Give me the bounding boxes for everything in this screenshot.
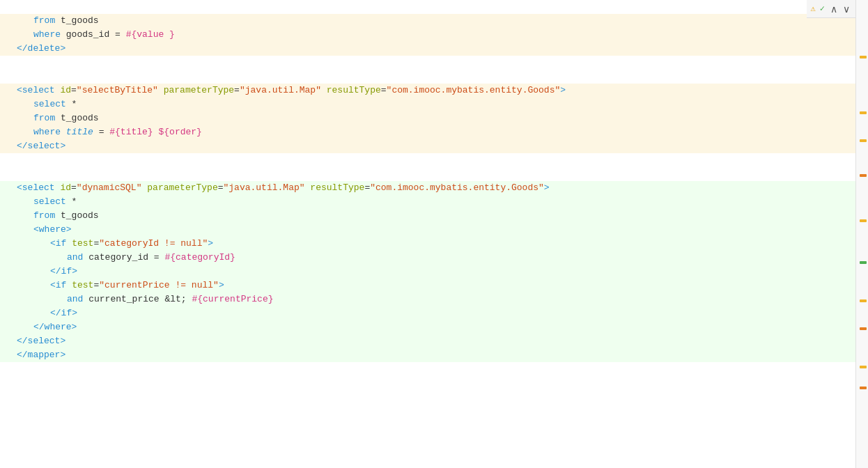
code-line: where goods_id = #{value }: [0, 28, 868, 42]
marker: [860, 299, 867, 302]
code-line: </if>: [0, 265, 868, 279]
warning-icon: ⚠: [811, 3, 816, 14]
code-segment: #{categoryId}: [164, 251, 235, 265]
code-segment: select: [33, 195, 66, 209]
code-segment: category_id =: [83, 251, 164, 265]
code-segment: from: [33, 209, 55, 223]
code-segment: "java.util.Map": [224, 181, 305, 195]
code-line: where title = #{title} ${order}: [0, 125, 868, 139]
code-segment: t_goods: [55, 111, 98, 125]
code-line: <where>: [0, 223, 868, 237]
code-segment: from: [33, 111, 55, 125]
code-segment: current_price: [83, 292, 164, 306]
code-line: </mapper>: [0, 348, 868, 362]
check-icon: ✓: [820, 3, 825, 14]
code-segment: #{title}: [109, 125, 153, 139]
marker: [860, 387, 867, 389]
code-line: <select id="dynamicSQL" parameterType="j…: [0, 181, 868, 195]
code-segment: where: [33, 125, 61, 139]
code-segment: test: [72, 279, 93, 292]
code-segment: [321, 84, 327, 98]
code-segment: </select>: [17, 334, 65, 348]
code-segment: select: [33, 98, 66, 111]
code-line: and category_id = #{categoryId}: [0, 251, 868, 265]
code-segment: goods_id =: [61, 28, 126, 42]
code-line: [0, 70, 868, 84]
code-segment: parameterType: [164, 84, 234, 98]
code-segment: [141, 181, 147, 195]
code-segment: =: [381, 84, 387, 98]
warning-badge: ⚠: [811, 3, 817, 14]
code-segment: >: [544, 181, 550, 195]
code-segment: title: [66, 125, 93, 139]
code-segment: <where>: [33, 223, 72, 237]
code-segment: >: [208, 237, 213, 251]
check-badge: ✓: [820, 3, 826, 14]
nav-down-button[interactable]: ∨: [842, 4, 851, 14]
code-line: and current_price &lt; #{currentPrice}: [0, 292, 868, 306]
code-segment: and: [67, 292, 83, 306]
marker: [860, 261, 867, 264]
editor-container: ⚠ ✓ ∧ ∨ from t_goodswhere goods_id = #{v…: [0, 0, 868, 468]
marker: [860, 111, 867, 114]
code-segment: =: [218, 181, 224, 195]
code-segment: >: [560, 84, 566, 98]
code-segment: &lt;: [164, 292, 186, 306]
code-segment: ${order}: [158, 125, 201, 139]
code-segment: #{currentPrice}: [192, 292, 273, 306]
code-segment: "selectByTitle": [77, 84, 158, 98]
code-segment: test: [72, 237, 93, 251]
code-segment: [158, 84, 164, 98]
code-segment: </delete>: [17, 42, 65, 56]
marker: [860, 219, 867, 222]
toolbar: ⚠ ✓ ∧ ∨: [807, 0, 855, 18]
marker-panel: [855, 0, 868, 468]
code-segment: "currentPrice != null": [99, 279, 219, 292]
code-line: [0, 167, 868, 181]
marker: [860, 327, 867, 330]
code-segment: =: [93, 279, 99, 292]
code-segment: <if: [50, 237, 72, 251]
code-segment: </if>: [50, 306, 77, 320]
code-line: <select id="selectByTitle" parameterType…: [0, 84, 868, 98]
code-line: [0, 153, 868, 167]
code-segment: =: [364, 181, 370, 195]
code-segment: >: [219, 279, 224, 292]
code-segment: =: [234, 84, 240, 98]
code-segment: [187, 292, 192, 306]
code-line: from t_goods: [0, 14, 868, 28]
code-segment: "java.util.Map": [240, 84, 321, 98]
code-line: select *: [0, 98, 868, 111]
code-area: from t_goodswhere goods_id = #{value }</…: [0, 0, 868, 468]
code-segment: resultType: [327, 84, 381, 98]
code-segment: #{value }: [126, 28, 175, 42]
code-segment: id: [60, 181, 71, 195]
code-segment: <if: [50, 279, 72, 292]
code-line: </if>: [0, 306, 868, 320]
code-segment: *: [66, 195, 77, 209]
code-lines: from t_goodswhere goods_id = #{value }</…: [0, 0, 868, 362]
code-segment: where: [33, 28, 61, 42]
code-segment: </select>: [17, 139, 65, 153]
code-segment: </if>: [50, 265, 77, 279]
nav-up-button[interactable]: ∧: [829, 4, 839, 14]
code-segment: t_goods: [55, 209, 98, 223]
code-segment: =: [93, 237, 99, 251]
marker: [860, 139, 867, 142]
marker: [860, 366, 867, 368]
code-segment: t_goods: [55, 14, 98, 28]
code-segment: resultType: [310, 181, 364, 195]
code-line: <if test="categoryId != null">: [0, 237, 868, 251]
code-segment: id: [60, 84, 71, 98]
code-line: from t_goods: [0, 111, 868, 125]
code-segment: "categoryId != null": [99, 237, 208, 251]
code-line: </select>: [0, 139, 868, 153]
code-segment: </where>: [33, 320, 77, 334]
code-segment: <select: [17, 181, 60, 195]
code-segment: =: [71, 181, 77, 195]
code-line: [0, 0, 868, 14]
code-line: from t_goods: [0, 209, 868, 223]
code-segment: *: [66, 98, 77, 111]
marker: [860, 174, 867, 177]
code-segment: parameterType: [147, 181, 217, 195]
